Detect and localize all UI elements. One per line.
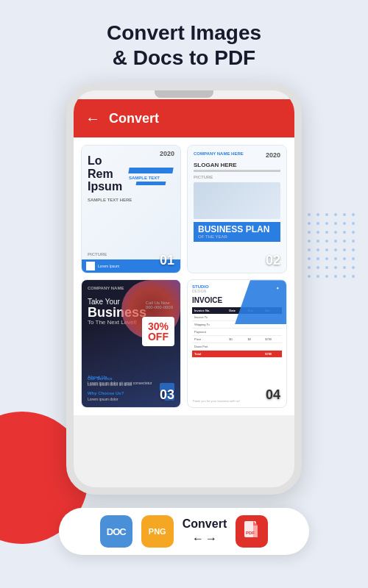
card-3-discount: 30%OFF [142,317,174,346]
card-1-sample-text: SAMPLE TEXT [129,176,173,180]
card-2-slogan: SLOGAN HERE [194,162,280,168]
back-button[interactable]: ← [85,110,100,127]
svg-text:PDF: PDF [246,531,255,535]
card-3-number: 03 [160,387,174,403]
card-2-business-plan-block: BUSINESS PLAN OF THE YEAR [194,222,280,242]
doc-card-1[interactable]: 2020 LoRemIpsum SAMPLE TEXT SAMPLE TEXT … [81,145,181,273]
doc-card-3[interactable]: COMPANY NAME Call Us Now000-000-0000 Tak… [81,279,181,408]
png-icon: PNG [141,515,174,548]
arrow-left-icon: ← [192,532,204,545]
card-1-sample-text-here: SAMPLE TEXT HERE [88,198,174,202]
card-1-number: 01 [160,253,174,268]
arrow-row: ← → [192,532,217,545]
phone-notch [155,90,213,98]
doc-icon: DOC [100,515,132,548]
phone-mockup: ← Convert 2020 LoRemIpsum SAMPLE TEXT SA… [66,83,302,495]
card-3-why: Why Choose Us? Lorem ipsum dolor [88,391,124,402]
card-2-number: 02 [266,253,280,268]
card-1-lorem-text: Lorem Ipsum [98,264,119,268]
card-2-picture: PICTURE [194,175,280,179]
document-grid: 2020 LoRemIpsum SAMPLE TEXT SAMPLE TEXT … [74,137,294,415]
convert-bar: DOC PNG Convert ← → PDF [59,508,309,555]
card-3-service: Our Service Lorem ipsum dolor sit amet [88,376,132,387]
card-4-design: DESIGN [192,289,209,293]
card-2-image-placeholder [194,182,280,219]
app-header-title: Convert [109,111,159,126]
pdf-file-icon: PDF [243,521,261,542]
doc-card-4[interactable]: STUDIO DESIGN ✦ INVOICE Invoice No. Date… [187,279,287,408]
card-4-invoice-title: INVOICE [192,296,282,304]
bg-dots-decoration [308,213,358,281]
card-1-picture-label: PICTURE [88,252,107,257]
card-3-contact: Call Us Now000-000-0000 [146,301,173,309]
card-1-year: 2020 [160,150,174,157]
convert-label: Convert [183,517,227,531]
card-4-logo-text: ✦ [276,286,279,290]
convert-arrow-group: Convert ← → [183,517,227,545]
pdf-icon[interactable]: PDF [236,515,268,548]
card-2-year: 2020 [266,151,280,159]
doc-card-2[interactable]: COMPANY NAME HERE 2020 SLOGAN HERE PICTU… [187,145,287,273]
page-title: Convert Images & Docs to PDF [107,21,261,70]
card-2-company: COMPANY NAME HERE [194,151,244,156]
app-header: ← Convert [74,99,294,137]
card-4-number: 04 [266,387,280,403]
arrow-right-icon: → [205,532,217,545]
